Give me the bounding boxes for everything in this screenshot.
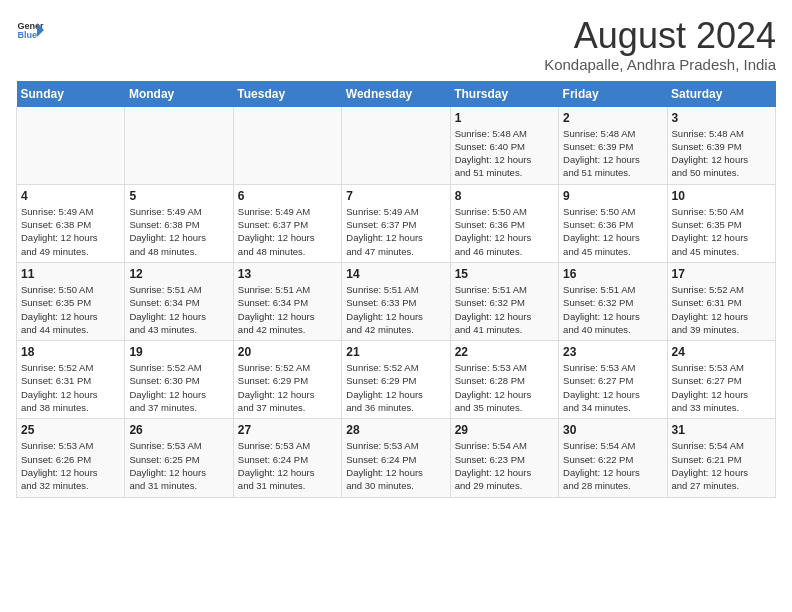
day-number: 29 [455,423,554,437]
calendar-cell: 10Sunrise: 5:50 AM Sunset: 6:35 PM Dayli… [667,184,775,262]
calendar-cell: 9Sunrise: 5:50 AM Sunset: 6:36 PM Daylig… [559,184,667,262]
day-info: Sunrise: 5:48 AM Sunset: 6:39 PM Dayligh… [563,127,662,180]
day-info: Sunrise: 5:48 AM Sunset: 6:39 PM Dayligh… [672,127,771,180]
day-number: 20 [238,345,337,359]
day-info: Sunrise: 5:49 AM Sunset: 6:38 PM Dayligh… [129,205,228,258]
calendar-cell: 20Sunrise: 5:52 AM Sunset: 6:29 PM Dayli… [233,341,341,419]
svg-text:Blue: Blue [17,30,37,40]
calendar-cell: 1Sunrise: 5:48 AM Sunset: 6:40 PM Daylig… [450,107,558,185]
day-info: Sunrise: 5:52 AM Sunset: 6:31 PM Dayligh… [672,283,771,336]
day-info: Sunrise: 5:49 AM Sunset: 6:37 PM Dayligh… [346,205,445,258]
calendar-cell: 28Sunrise: 5:53 AM Sunset: 6:24 PM Dayli… [342,419,450,497]
day-number: 1 [455,111,554,125]
calendar-cell [17,107,125,185]
day-number: 27 [238,423,337,437]
calendar-cell: 25Sunrise: 5:53 AM Sunset: 6:26 PM Dayli… [17,419,125,497]
day-number: 3 [672,111,771,125]
day-number: 31 [672,423,771,437]
day-number: 4 [21,189,120,203]
calendar-cell: 21Sunrise: 5:52 AM Sunset: 6:29 PM Dayli… [342,341,450,419]
calendar-cell: 13Sunrise: 5:51 AM Sunset: 6:34 PM Dayli… [233,262,341,340]
day-info: Sunrise: 5:51 AM Sunset: 6:33 PM Dayligh… [346,283,445,336]
calendar-cell: 2Sunrise: 5:48 AM Sunset: 6:39 PM Daylig… [559,107,667,185]
day-number: 10 [672,189,771,203]
day-number: 24 [672,345,771,359]
day-info: Sunrise: 5:53 AM Sunset: 6:24 PM Dayligh… [238,439,337,492]
calendar-cell: 29Sunrise: 5:54 AM Sunset: 6:23 PM Dayli… [450,419,558,497]
calendar-cell: 23Sunrise: 5:53 AM Sunset: 6:27 PM Dayli… [559,341,667,419]
title-area: August 2024 Kondapalle, Andhra Pradesh, … [544,16,776,73]
calendar-cell: 12Sunrise: 5:51 AM Sunset: 6:34 PM Dayli… [125,262,233,340]
column-header-tuesday: Tuesday [233,81,341,107]
day-number: 15 [455,267,554,281]
day-info: Sunrise: 5:51 AM Sunset: 6:34 PM Dayligh… [129,283,228,336]
day-info: Sunrise: 5:51 AM Sunset: 6:34 PM Dayligh… [238,283,337,336]
day-info: Sunrise: 5:53 AM Sunset: 6:28 PM Dayligh… [455,361,554,414]
column-header-thursday: Thursday [450,81,558,107]
calendar-cell: 18Sunrise: 5:52 AM Sunset: 6:31 PM Dayli… [17,341,125,419]
day-number: 6 [238,189,337,203]
day-info: Sunrise: 5:52 AM Sunset: 6:31 PM Dayligh… [21,361,120,414]
column-header-sunday: Sunday [17,81,125,107]
day-number: 25 [21,423,120,437]
logo-icon: General Blue [16,16,44,44]
day-info: Sunrise: 5:48 AM Sunset: 6:40 PM Dayligh… [455,127,554,180]
day-info: Sunrise: 5:49 AM Sunset: 6:37 PM Dayligh… [238,205,337,258]
column-header-saturday: Saturday [667,81,775,107]
page-header: General Blue August 2024 Kondapalle, And… [16,16,776,73]
week-row-4: 18Sunrise: 5:52 AM Sunset: 6:31 PM Dayli… [17,341,776,419]
calendar-cell: 27Sunrise: 5:53 AM Sunset: 6:24 PM Dayli… [233,419,341,497]
calendar-cell [342,107,450,185]
calendar-cell: 30Sunrise: 5:54 AM Sunset: 6:22 PM Dayli… [559,419,667,497]
day-number: 16 [563,267,662,281]
calendar-cell: 3Sunrise: 5:48 AM Sunset: 6:39 PM Daylig… [667,107,775,185]
calendar-table: SundayMondayTuesdayWednesdayThursdayFrid… [16,81,776,498]
day-number: 23 [563,345,662,359]
day-info: Sunrise: 5:50 AM Sunset: 6:36 PM Dayligh… [455,205,554,258]
calendar-cell: 22Sunrise: 5:53 AM Sunset: 6:28 PM Dayli… [450,341,558,419]
day-info: Sunrise: 5:53 AM Sunset: 6:24 PM Dayligh… [346,439,445,492]
column-header-monday: Monday [125,81,233,107]
day-number: 19 [129,345,228,359]
day-info: Sunrise: 5:53 AM Sunset: 6:27 PM Dayligh… [672,361,771,414]
day-number: 12 [129,267,228,281]
calendar-cell: 16Sunrise: 5:51 AM Sunset: 6:32 PM Dayli… [559,262,667,340]
day-number: 9 [563,189,662,203]
calendar-cell: 11Sunrise: 5:50 AM Sunset: 6:35 PM Dayli… [17,262,125,340]
day-info: Sunrise: 5:52 AM Sunset: 6:29 PM Dayligh… [346,361,445,414]
day-info: Sunrise: 5:52 AM Sunset: 6:30 PM Dayligh… [129,361,228,414]
day-number: 8 [455,189,554,203]
calendar-cell: 19Sunrise: 5:52 AM Sunset: 6:30 PM Dayli… [125,341,233,419]
day-info: Sunrise: 5:54 AM Sunset: 6:22 PM Dayligh… [563,439,662,492]
day-number: 2 [563,111,662,125]
calendar-cell: 31Sunrise: 5:54 AM Sunset: 6:21 PM Dayli… [667,419,775,497]
day-number: 26 [129,423,228,437]
day-info: Sunrise: 5:50 AM Sunset: 6:35 PM Dayligh… [21,283,120,336]
column-header-friday: Friday [559,81,667,107]
calendar-cell: 14Sunrise: 5:51 AM Sunset: 6:33 PM Dayli… [342,262,450,340]
day-info: Sunrise: 5:53 AM Sunset: 6:27 PM Dayligh… [563,361,662,414]
day-number: 17 [672,267,771,281]
day-number: 21 [346,345,445,359]
day-info: Sunrise: 5:54 AM Sunset: 6:21 PM Dayligh… [672,439,771,492]
day-info: Sunrise: 5:53 AM Sunset: 6:26 PM Dayligh… [21,439,120,492]
day-number: 30 [563,423,662,437]
day-info: Sunrise: 5:54 AM Sunset: 6:23 PM Dayligh… [455,439,554,492]
day-info: Sunrise: 5:50 AM Sunset: 6:36 PM Dayligh… [563,205,662,258]
day-info: Sunrise: 5:53 AM Sunset: 6:25 PM Dayligh… [129,439,228,492]
week-row-1: 1Sunrise: 5:48 AM Sunset: 6:40 PM Daylig… [17,107,776,185]
day-info: Sunrise: 5:49 AM Sunset: 6:38 PM Dayligh… [21,205,120,258]
week-row-5: 25Sunrise: 5:53 AM Sunset: 6:26 PM Dayli… [17,419,776,497]
day-number: 5 [129,189,228,203]
calendar-cell: 6Sunrise: 5:49 AM Sunset: 6:37 PM Daylig… [233,184,341,262]
logo: General Blue [16,16,44,44]
calendar-cell: 4Sunrise: 5:49 AM Sunset: 6:38 PM Daylig… [17,184,125,262]
day-number: 11 [21,267,120,281]
week-row-3: 11Sunrise: 5:50 AM Sunset: 6:35 PM Dayli… [17,262,776,340]
day-info: Sunrise: 5:51 AM Sunset: 6:32 PM Dayligh… [563,283,662,336]
calendar-cell [233,107,341,185]
column-header-wednesday: Wednesday [342,81,450,107]
day-info: Sunrise: 5:52 AM Sunset: 6:29 PM Dayligh… [238,361,337,414]
day-number: 13 [238,267,337,281]
calendar-title: August 2024 [544,16,776,56]
